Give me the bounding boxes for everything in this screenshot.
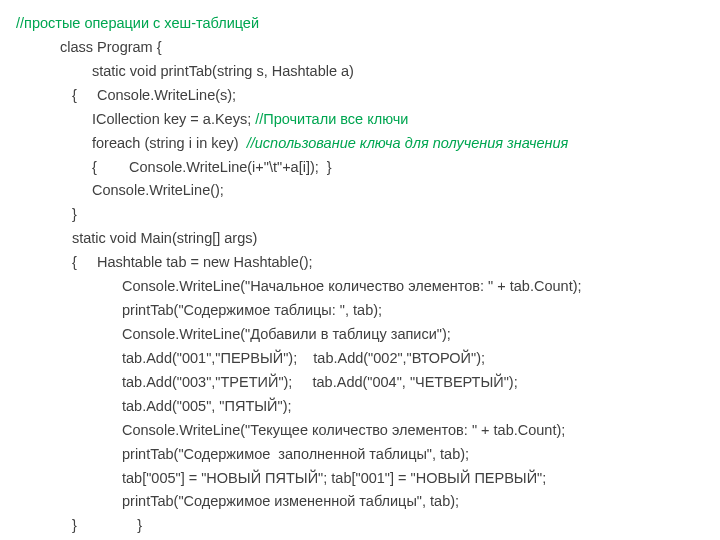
code-text: ICollection key = a.Keys; xyxy=(92,111,255,127)
code-line: static void printTab(string s, Hashtable… xyxy=(16,60,704,84)
code-line: tab.Add("001","ПЕРВЫЙ"); tab.Add("002","… xyxy=(16,347,704,371)
code-line: static void Main(string[] args) xyxy=(16,227,704,251)
code-line: //простые операции с хеш-таблицей xyxy=(16,12,704,36)
code-line: Console.WriteLine("Начальное количество … xyxy=(16,275,704,299)
code-line: Console.WriteLine("Текущее количество эл… xyxy=(16,419,704,443)
code-line: foreach (string i in key) //использовани… xyxy=(16,132,704,156)
code-line: ICollection key = a.Keys; //Прочитали вс… xyxy=(16,108,704,132)
comment-text: //Прочитали все ключи xyxy=(255,111,408,127)
code-line: Console.WriteLine(); xyxy=(16,179,704,203)
code-line: class Program { xyxy=(16,36,704,60)
code-line: printTab("Содержимое таблицы: ", tab); xyxy=(16,299,704,323)
code-line: { Console.WriteLine(s); xyxy=(16,84,704,108)
comment-text: //использование ключа для получения знач… xyxy=(247,135,569,151)
code-line: { Console.WriteLine(i+"\t"+a[i]); } xyxy=(16,156,704,180)
code-line: Console.WriteLine("Добавили в таблицу за… xyxy=(16,323,704,347)
code-line: } xyxy=(16,203,704,227)
comment-text: //простые операции с хеш-таблицей xyxy=(16,15,259,31)
code-line: tab["005"] = "НОВЫЙ ПЯТЫЙ"; tab["001"] =… xyxy=(16,467,704,491)
code-line: tab.Add("003","ТРЕТИЙ"); tab.Add("004", … xyxy=(16,371,704,395)
code-line: { Hashtable tab = new Hashtable(); xyxy=(16,251,704,275)
code-line: printTab("Содержимое измененной таблицы"… xyxy=(16,490,704,514)
code-line: printTab("Содержимое заполненной таблицы… xyxy=(16,443,704,467)
code-line: } } xyxy=(16,514,704,538)
code-line: tab.Add("005", "ПЯТЫЙ"); xyxy=(16,395,704,419)
code-text: foreach (string i in key) xyxy=(92,135,247,151)
